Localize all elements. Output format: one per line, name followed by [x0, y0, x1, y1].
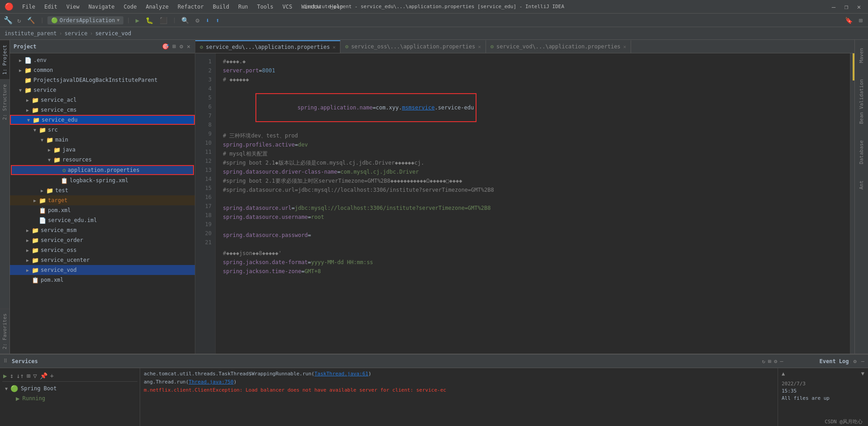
- layout-btn[interactable]: ⊞: [857, 16, 864, 25]
- toolbar-sync[interactable]: ↻: [15, 16, 23, 25]
- log-panel[interactable]: ache.tomcat.util.threads.TaskThread$Wrap…: [140, 368, 778, 426]
- menu-run[interactable]: Run: [236, 3, 250, 11]
- tab-close-btn[interactable]: ✕: [333, 44, 336, 50]
- bottom-drag-handle[interactable]: ⠿: [4, 358, 7, 364]
- tree-item-service-cms[interactable]: ▶ 📁 service_cms: [10, 105, 195, 115]
- vcs-update-btn[interactable]: ⬇: [204, 16, 211, 25]
- log-link-1[interactable]: TaskThread.java:61: [315, 371, 368, 377]
- tree-item-common[interactable]: ▶ 📁 common: [10, 65, 195, 75]
- tree-item-service-oss[interactable]: ▶ 📁 service_oss: [10, 245, 195, 255]
- menu-view[interactable]: View: [65, 3, 81, 11]
- tree-item-service-vod[interactable]: ▶ 📁 service_vod: [10, 265, 195, 275]
- services-group-btn[interactable]: ⊞: [27, 372, 30, 379]
- scrollbar-track[interactable]: [850, 53, 854, 354]
- minimize-button[interactable]: —: [829, 3, 838, 10]
- bookmark-btn[interactable]: 🔖: [843, 16, 854, 25]
- tree-item-service-msm[interactable]: ▶ 📁 service_msm: [10, 225, 195, 235]
- menu-build[interactable]: Build: [211, 3, 231, 11]
- services-add-btn[interactable]: +: [50, 372, 54, 379]
- event-log-settings[interactable]: ⚙: [854, 358, 857, 364]
- services-pin-btn[interactable]: 📌: [40, 372, 47, 379]
- breadcrumb-current[interactable]: service_vod: [95, 30, 131, 37]
- services-run-btn[interactable]: ▶: [3, 372, 7, 379]
- tree-item-src[interactable]: ▼ 📁 src: [10, 125, 195, 135]
- event-log-scroll-up[interactable]: ▲: [782, 370, 785, 377]
- menu-vcs[interactable]: VCS: [281, 3, 294, 11]
- tree-item-service[interactable]: ▼ 📁 service: [10, 85, 195, 95]
- tab-favorites[interactable]: 2: Favorites: [0, 308, 9, 354]
- menu-file[interactable]: File: [20, 3, 37, 11]
- menu-analyze[interactable]: Analyze: [144, 3, 170, 11]
- bottom-action-minimize[interactable]: —: [780, 358, 783, 364]
- tree-item-service-order[interactable]: ▶ 📁 service_order: [10, 235, 195, 245]
- tab-close-btn[interactable]: ✕: [623, 44, 627, 50]
- services-refresh-btn[interactable]: ↕: [9, 372, 13, 379]
- tree-item-application-properties[interactable]: ⚙ application.properties: [11, 165, 194, 175]
- menu-tools[interactable]: Tools: [255, 3, 275, 11]
- tree-item-env[interactable]: ▶ 📄 .env: [10, 55, 195, 65]
- tree-item-target[interactable]: ▶ 📁 target: [10, 195, 195, 205]
- debug-button[interactable]: 🐛: [144, 16, 155, 25]
- breadcrumb-sep1: ›: [59, 30, 62, 37]
- code-content[interactable]: #◆◆◆◆.◆ server.port=8001 # ◆◆◆◆◆◆ spring…: [216, 53, 850, 354]
- tree-item-service-acl[interactable]: ▶ 📁 service_acl: [10, 95, 195, 105]
- event-log-scroll-down[interactable]: ▼: [861, 370, 864, 377]
- event-log-minimize[interactable]: —: [861, 358, 864, 364]
- tree-item-iml[interactable]: 📄 service_edu.iml: [10, 215, 195, 225]
- run-config-selector[interactable]: 🟢 OrdersApplication ▼: [47, 16, 123, 24]
- right-panel-bean-validation[interactable]: Bean Validation: [857, 76, 866, 128]
- panel-settings-btn[interactable]: ⚙: [179, 42, 184, 51]
- menu-navigate[interactable]: Navigate: [87, 3, 117, 11]
- tree-item-main[interactable]: ▼ 📁 main: [10, 135, 195, 145]
- bottom-action-settings[interactable]: ⚙: [774, 358, 777, 364]
- close-button[interactable]: ✕: [854, 3, 863, 10]
- tree-arrow: ▼: [48, 157, 53, 162]
- tree-item-pom-service[interactable]: 📋 pom.xml: [10, 275, 195, 285]
- tree-item-logback[interactable]: 📋 logback-spring.xml: [10, 175, 195, 185]
- search-everywhere-btn[interactable]: 🔍: [179, 16, 191, 25]
- log-link-2[interactable]: Thread.java:750: [189, 379, 233, 385]
- settings-btn[interactable]: ⚙: [193, 16, 201, 25]
- breadcrumb-root[interactable]: institute_parent: [5, 30, 57, 37]
- tab-service-edu-props[interactable]: ⚙ service_edu\...\application.properties…: [195, 40, 340, 53]
- tree-item-service-ucenter[interactable]: ▶ 📁 service_ucenter: [10, 255, 195, 265]
- toolbar-build[interactable]: 🔨: [25, 16, 37, 25]
- tree-item-projects[interactable]: 📁 ProjectsjavalDEALogBackInstituteParent: [10, 75, 195, 85]
- services-filter-btn[interactable]: ▽: [33, 372, 37, 379]
- log-line-3: m.netflix.client.ClientException: Load b…: [144, 386, 774, 394]
- springboot-label: Spring Boot: [21, 385, 57, 392]
- right-panel-maven[interactable]: Maven: [857, 44, 866, 66]
- tree-label: application.properties: [68, 167, 140, 173]
- bottom-action-refresh[interactable]: ↻: [762, 358, 765, 364]
- tab-service-vod-props[interactable]: ⚙ service_vod\...\application.properties…: [486, 40, 631, 53]
- service-item-running[interactable]: ▶ Running: [2, 393, 137, 403]
- maximize-button[interactable]: ❐: [842, 3, 851, 10]
- tree-item-java[interactable]: ▶ 📁 java: [10, 145, 195, 155]
- run-button[interactable]: ▶: [134, 16, 141, 25]
- panel-expand-btn[interactable]: ⊞: [172, 42, 177, 51]
- msmservice-link[interactable]: msmservice: [402, 104, 434, 111]
- tab-close-btn[interactable]: ✕: [478, 44, 481, 50]
- menu-edit[interactable]: Edit: [42, 3, 59, 11]
- tree-item-service-edu[interactable]: ▼ 📁 service_edu: [10, 115, 195, 125]
- tab-structure[interactable]: 2: Structure: [0, 79, 9, 124]
- panel-close-btn[interactable]: ✕: [186, 42, 191, 51]
- services-sort-btn[interactable]: ↓↑: [16, 372, 24, 379]
- right-panel-database[interactable]: Database: [857, 137, 866, 168]
- stop-button[interactable]: ⬛: [158, 16, 169, 25]
- menu-refactor[interactable]: Refactor: [176, 3, 206, 11]
- panel-locate-btn[interactable]: 🎯: [161, 42, 170, 51]
- tab-project[interactable]: 1: Project: [0, 40, 9, 79]
- service-item-springboot[interactable]: ▼ 🟢 Spring Boot: [2, 383, 137, 393]
- bottom-action-expand[interactable]: ⊞: [768, 358, 771, 364]
- vcs-commit-btn[interactable]: ⬆: [214, 16, 221, 25]
- menu-code[interactable]: Code: [122, 3, 139, 11]
- right-panel-ant[interactable]: Ant: [857, 177, 866, 193]
- tree-item-pom-edu[interactable]: 📋 pom.xml: [10, 205, 195, 215]
- app-logo: 🔴: [5, 2, 14, 11]
- tab-service-oss-props[interactable]: ⚙ service_oss\...\application.properties…: [340, 40, 486, 53]
- toolbar-sep1: |: [40, 17, 43, 24]
- breadcrumb-service[interactable]: service: [65, 30, 88, 37]
- tree-item-resources[interactable]: ▼ 📁 resources: [10, 155, 195, 165]
- tree-item-test[interactable]: ▶ 📁 test: [10, 185, 195, 195]
